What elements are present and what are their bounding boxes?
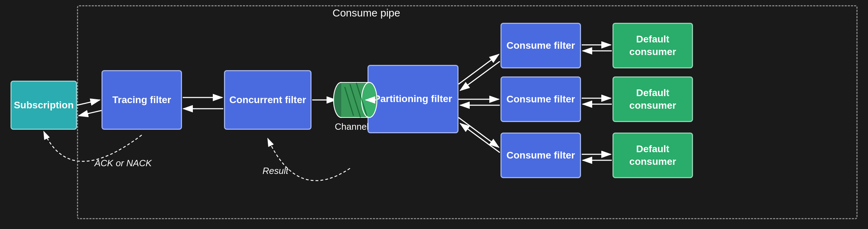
diagram: Consume pipe Subscription Tracing filter… — [0, 0, 868, 229]
consume-filter-3-box: Consume filter — [500, 133, 581, 178]
tracing-filter-box: Tracing filter — [102, 70, 182, 130]
consume-pipe-border — [77, 5, 858, 219]
consume-filter-2-box: Consume filter — [500, 76, 581, 122]
consume-pipe-label: Consume pipe — [332, 7, 400, 19]
consume-filter-1-box: Consume filter — [500, 23, 581, 68]
default-consumer-2-box: Default consumer — [612, 76, 693, 122]
concurrent-filter-box: Concurrent filter — [224, 70, 312, 130]
ack-nack-label: ACK or NACK — [94, 158, 152, 169]
subscription-box: Subscription — [10, 81, 77, 130]
partitioning-filter-box: Partitioning filter — [368, 65, 458, 133]
result-label: Result — [262, 166, 288, 176]
default-consumer-1-box: Default consumer — [612, 23, 693, 68]
default-consumer-3-box: Default consumer — [612, 133, 693, 178]
